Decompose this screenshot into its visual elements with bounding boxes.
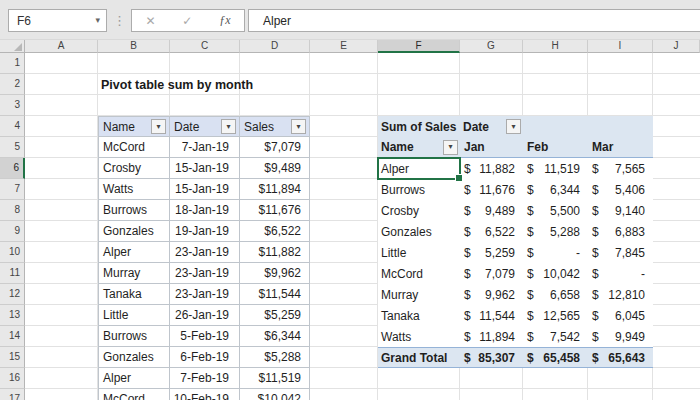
row-header-6[interactable]: 6 — [0, 158, 25, 179]
source-table-cell-date[interactable]: 10-Feb-19 — [170, 389, 240, 400]
formula-input[interactable]: Alper — [248, 9, 700, 32]
pivot-value-cell[interactable]: $- — [523, 242, 588, 263]
column-header-I[interactable]: I — [588, 40, 653, 53]
pivot-value-cell[interactable]: $11,882 — [460, 158, 523, 179]
pivot-value-cell[interactable]: $9,140 — [588, 200, 653, 221]
source-table-cell-date[interactable]: 18-Jan-19 — [170, 200, 240, 221]
name-box[interactable]: F6 ▾ — [8, 9, 107, 32]
pivot-value-cell[interactable]: $10,042 — [523, 263, 588, 284]
row-header-12[interactable]: 12 — [0, 284, 25, 305]
source-table-cell-date[interactable]: 15-Jan-19 — [170, 158, 240, 179]
source-table-cell-sales[interactable]: $11,519 — [240, 368, 310, 389]
source-table-cell-sales[interactable]: $6,522 — [240, 221, 310, 242]
sheet-title[interactable]: Pivot table sum by month — [101, 74, 253, 95]
source-table-cell-name[interactable]: Burrows — [98, 200, 170, 221]
source-table-cell-date[interactable]: 5-Feb-19 — [170, 326, 240, 347]
pivot-header-empty[interactable] — [523, 116, 588, 137]
source-table-cell-date[interactable]: 23-Jan-19 — [170, 242, 240, 263]
column-header-H[interactable]: H — [523, 40, 588, 53]
source-table-cell-sales[interactable]: $5,288 — [240, 347, 310, 368]
pivot-value-cell[interactable]: $11,676 — [460, 179, 523, 200]
source-table-cell-name[interactable]: Tanaka — [98, 284, 170, 305]
source-table-cell-sales[interactable]: $5,259 — [240, 305, 310, 326]
pivot-row-name[interactable]: Watts — [378, 326, 460, 347]
source-table-cell-date[interactable]: 19-Jan-19 — [170, 221, 240, 242]
source-table-cell-name[interactable]: Gonzales — [98, 347, 170, 368]
source-table-cell-name[interactable]: Watts — [98, 179, 170, 200]
cancel-icon[interactable]: ✕ — [145, 15, 155, 27]
source-table-cell-name[interactable]: Alper — [98, 242, 170, 263]
column-header-G[interactable]: G — [460, 40, 523, 53]
pivot-value-cell[interactable]: $5,500 — [523, 200, 588, 221]
column-header-C[interactable]: C — [170, 40, 240, 53]
source-table-cell-date[interactable]: 15-Jan-19 — [170, 179, 240, 200]
pivot-corner-label[interactable]: Sum of Sales — [378, 116, 460, 137]
column-header-B[interactable]: B — [98, 40, 170, 53]
source-table-cell-name[interactable]: Murray — [98, 263, 170, 284]
source-table-cell-date[interactable]: 26-Jan-19 — [170, 305, 240, 326]
pivot-row-name[interactable]: Tanaka — [378, 305, 460, 326]
source-table-cell-sales[interactable]: $11,676 — [240, 200, 310, 221]
pivot-value-cell[interactable]: $- — [588, 263, 653, 284]
source-table-cell-date[interactable]: 6-Feb-19 — [170, 347, 240, 368]
row-header-15[interactable]: 15 — [0, 347, 25, 368]
column-header-A[interactable]: A — [25, 40, 98, 53]
source-table-cell-name[interactable]: Alper — [98, 368, 170, 389]
pivot-value-cell[interactable]: $11,894 — [460, 326, 523, 347]
enter-icon[interactable]: ✓ — [182, 15, 192, 27]
source-table-cell-name[interactable]: McCord — [98, 137, 170, 158]
pivot-value-cell[interactable]: $65,643 — [588, 347, 653, 368]
filter-dropdown-icon[interactable]: ▾ — [506, 119, 521, 134]
pivot-value-cell[interactable]: $7,542 — [523, 326, 588, 347]
pivot-value-cell[interactable]: $11,519 — [523, 158, 588, 179]
column-header-E[interactable]: E — [310, 40, 378, 53]
source-table-cell-name[interactable]: Crosby — [98, 158, 170, 179]
source-table-cell-sales[interactable]: $10,042 — [240, 389, 310, 400]
pivot-row-name[interactable]: Little — [378, 242, 460, 263]
row-header-8[interactable]: 8 — [0, 200, 25, 221]
filter-dropdown-icon[interactable]: ▾ — [443, 140, 458, 155]
row-header-1[interactable]: 1 — [0, 53, 25, 74]
source-table-header-date[interactable]: Date▾ — [170, 116, 240, 137]
filter-dropdown-icon[interactable]: ▾ — [291, 119, 306, 134]
row-header-2[interactable]: 2 — [0, 74, 25, 95]
source-table-cell-sales[interactable]: $11,544 — [240, 284, 310, 305]
row-header-3[interactable]: 3 — [0, 95, 25, 116]
pivot-value-cell[interactable]: $9,962 — [460, 284, 523, 305]
select-all-corner[interactable] — [0, 40, 25, 53]
row-header-7[interactable]: 7 — [0, 179, 25, 200]
column-header-F[interactable]: F — [378, 40, 460, 53]
pivot-row-name[interactable]: Burrows — [378, 179, 460, 200]
row-header-14[interactable]: 14 — [0, 326, 25, 347]
pivot-month-header-feb[interactable]: Feb — [523, 137, 588, 158]
pivot-value-cell[interactable]: $5,288 — [523, 221, 588, 242]
column-header-D[interactable]: D — [240, 40, 310, 53]
pivot-value-cell[interactable]: $65,458 — [523, 347, 588, 368]
pivot-value-cell[interactable]: $85,307 — [460, 347, 523, 368]
pivot-value-cell[interactable]: $5,259 — [460, 242, 523, 263]
row-header-9[interactable]: 9 — [0, 221, 25, 242]
insert-function-icon[interactable]: ƒx — [219, 13, 230, 28]
pivot-date-field[interactable]: Date▾ — [460, 116, 523, 137]
pivot-header-empty[interactable] — [588, 116, 653, 137]
filter-dropdown-icon[interactable]: ▾ — [151, 119, 166, 134]
source-table-cell-sales[interactable]: $11,894 — [240, 179, 310, 200]
source-table-cell-date[interactable]: 7-Jan-19 — [170, 137, 240, 158]
pivot-value-cell[interactable]: $7,079 — [460, 263, 523, 284]
pivot-value-cell[interactable]: $9,949 — [588, 326, 653, 347]
pivot-value-cell[interactable]: $6,522 — [460, 221, 523, 242]
pivot-value-cell[interactable]: $6,045 — [588, 305, 653, 326]
row-header-16[interactable]: 16 — [0, 368, 25, 389]
row-header-17[interactable]: 17 — [0, 389, 25, 400]
row-header-11[interactable]: 11 — [0, 263, 25, 284]
row-header-4[interactable]: 4 — [0, 116, 25, 137]
pivot-row-name[interactable]: Gonzales — [378, 221, 460, 242]
source-table-header-sales[interactable]: Sales▾ — [240, 116, 310, 137]
source-table-cell-sales[interactable]: $6,344 — [240, 326, 310, 347]
source-table-cell-date[interactable]: 23-Jan-19 — [170, 284, 240, 305]
source-table-cell-sales[interactable]: $9,489 — [240, 158, 310, 179]
pivot-grand-total-label[interactable]: Grand Total — [378, 347, 460, 368]
pivot-value-cell[interactable]: $12,565 — [523, 305, 588, 326]
pivot-value-cell[interactable]: $7,565 — [588, 158, 653, 179]
source-table-cell-name[interactable]: Little — [98, 305, 170, 326]
